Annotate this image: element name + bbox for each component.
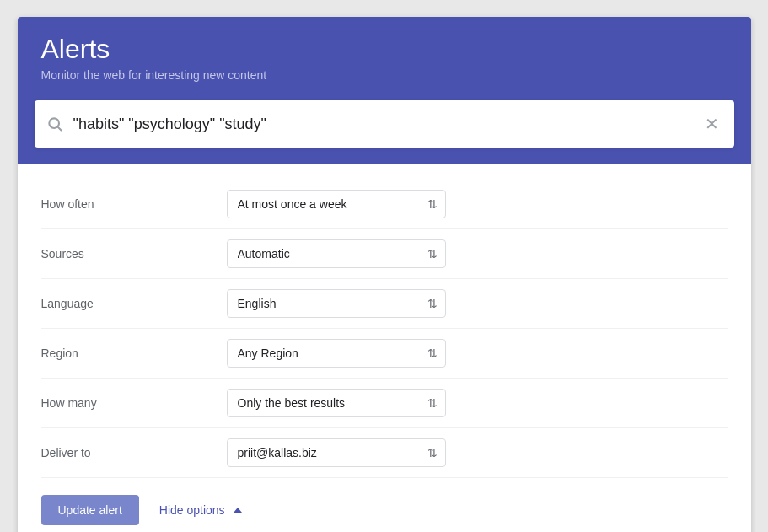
clear-button[interactable]: ✕ xyxy=(701,110,722,137)
option-label-region: Region xyxy=(41,347,227,360)
footer-actions: Update alert Hide options xyxy=(41,478,728,532)
update-alert-button[interactable]: Update alert xyxy=(41,495,139,525)
option-row-how-many: How many Only the best results All resul… xyxy=(41,379,728,428)
select-wrapper-deliver-to: priit@kallas.biz xyxy=(227,438,446,467)
select-wrapper-language: English French German Spanish Italian xyxy=(227,289,446,318)
search-bar: ✕ xyxy=(35,100,734,148)
select-wrapper-how-many: Only the best results All results xyxy=(227,389,446,417)
header: Alerts Monitor the web for interesting n… xyxy=(18,17,751,100)
option-label-how-many: How many xyxy=(41,396,227,410)
option-label-sources: Sources xyxy=(41,247,227,261)
select-sources[interactable]: Automatic News Blogs Web Video Books Dis… xyxy=(227,239,446,268)
select-wrapper-sources: Automatic News Blogs Web Video Books Dis… xyxy=(227,239,446,268)
page-subtitle: Monitor the web for interesting new cont… xyxy=(41,68,728,82)
select-how-many[interactable]: Only the best results All results xyxy=(227,389,446,417)
select-wrapper-region: Any Region United States United Kingdom … xyxy=(227,339,446,368)
app-container: Alerts Monitor the web for interesting n… xyxy=(18,17,751,532)
option-row-sources: Sources Automatic News Blogs Web Video B… xyxy=(41,229,728,279)
option-label-deliver-to: Deliver to xyxy=(41,446,227,459)
select-wrapper-how-often: At most once a week At most once a day A… xyxy=(227,190,446,218)
arrow-up-icon xyxy=(234,508,242,513)
option-label-language: Language xyxy=(41,297,227,310)
hide-options-button[interactable]: Hide options xyxy=(159,503,242,517)
option-label-how-often: How often xyxy=(41,197,227,211)
options-section: How often At most once a week At most on… xyxy=(18,164,751,532)
select-language[interactable]: English French German Spanish Italian xyxy=(227,289,446,318)
select-deliver-to[interactable]: priit@kallas.biz xyxy=(227,438,446,467)
option-row-language: Language English French German Spanish I… xyxy=(41,279,728,329)
option-row-deliver-to: Deliver to priit@kallas.biz xyxy=(41,428,728,478)
search-bar-container: ✕ xyxy=(18,100,751,164)
page-title: Alerts xyxy=(41,34,728,65)
search-input[interactable] xyxy=(73,116,701,133)
search-icon xyxy=(46,116,63,132)
select-how-often[interactable]: At most once a week At most once a day A… xyxy=(227,190,446,218)
svg-line-1 xyxy=(57,127,61,131)
option-row-how-often: How often At most once a week At most on… xyxy=(41,180,728,229)
option-row-region: Region Any Region United States United K… xyxy=(41,329,728,379)
select-region[interactable]: Any Region United States United Kingdom … xyxy=(227,339,446,368)
